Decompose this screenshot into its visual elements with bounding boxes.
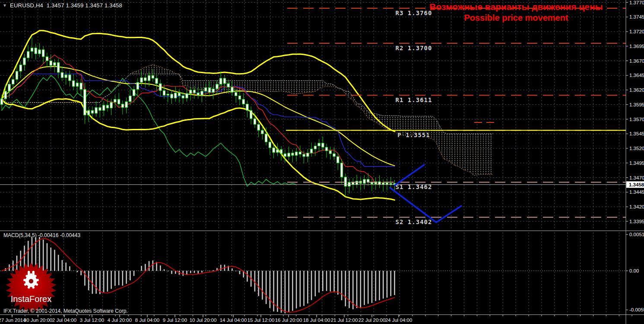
price-tick-label: 1.3645 (629, 73, 644, 78)
time-tick-label: 3 Jul 12:00 (80, 318, 104, 323)
logo-text: InstaForex (11, 294, 51, 304)
price-tick-label: 1.3745 (629, 14, 644, 19)
price-tick-label: 1.3770 (629, 0, 644, 5)
time-tick-label: 8 Jul 04:00 (135, 318, 159, 323)
ohlc-values: 1.3457 1.3459 1.3457 1.3458 (47, 2, 122, 9)
macd-tick-label: 0.00518 (629, 232, 644, 237)
price-tick-label: 1.3520 (629, 146, 644, 151)
time-tick-label: 16 Jul 20:00 (275, 318, 302, 323)
pivot-label-s2: S2 1.3402 (396, 218, 432, 225)
time-tick-label: 18 Jul 04:00 (303, 318, 330, 323)
time-tick-label: 15 Jul 12:00 (247, 318, 275, 323)
price-tick-label: 1.3670 (629, 58, 644, 64)
forecast-lines[interactable] (390, 165, 461, 222)
pivot-label-r1: R1 1.3611 (396, 96, 432, 103)
macd-panel[interactable] (2, 237, 395, 314)
grid-lines (0, 0, 626, 314)
macd-signal-line (2, 238, 395, 312)
chart-canvas[interactable]: R3 1.3760R2 1.3700R1 1.3611P 1.3551S1 1.… (0, 0, 644, 324)
pivot-label-p: P 1.3551 (397, 132, 430, 138)
quote-line: ▼EURUSD,H4 1.3457 1.3459 1.3457 1.3458 (3, 2, 122, 9)
copyright-text: IFX Trader, © 2001-2014, MetaQuotes Soft… (3, 308, 128, 314)
bollinger-bands (2, 31, 395, 200)
price-tick-label: 1.3495 (629, 160, 644, 166)
annotation-subtitle-en: Possible price movement (419, 13, 613, 23)
annotation-title-ru: Возможные варианты движения цены (419, 2, 613, 12)
time-tick-label: 2 Jul 04:00 (52, 318, 76, 323)
tenkan-sen-line (2, 55, 395, 185)
macd-tick-label: -0.00558 (629, 307, 644, 312)
price-tick-label: 1.3545 (629, 131, 644, 136)
price-tick-label: 1.3420 (629, 204, 644, 209)
price-tick-label: 1.3595 (629, 102, 644, 107)
price-tick-label: 1.3720 (629, 29, 644, 34)
price-tick-label: 1.3395 (629, 219, 644, 224)
time-tick-label: 21 Jul 12:00 (331, 318, 358, 323)
macd-indicator-label: MACD(5,34,5) -0.00416 -0.00443 (3, 232, 80, 238)
ichimoku-cloud (2, 64, 493, 176)
price-tick-label: 1.3470 (629, 175, 644, 180)
time-tick-label: 22 Jul 20:00 (358, 318, 386, 323)
price-tick-label: 1.3620 (629, 87, 644, 93)
pivot-label-r2: R2 1.3700 (396, 45, 432, 51)
time-tick-label: 14 Jul 04:00 (220, 318, 247, 323)
price-tick-label: 1.3570 (629, 117, 644, 122)
macd-tick-label: 0.00 (629, 268, 639, 273)
price-tick-label: 1.3445 (629, 189, 644, 195)
symbol-period: EURUSD,H4 (10, 2, 43, 9)
macd-histogram (2, 237, 394, 314)
time-tick-label: 30 Jun 20:00 (24, 318, 53, 323)
time-tick-label: 27 Jun 2014 (0, 318, 26, 323)
candles (0, 38, 396, 196)
current-price-value: 1.3458 (629, 182, 644, 187)
time-tick-label: 10 Jul 20:00 (190, 318, 217, 323)
price-tick-label: 1.3695 (629, 44, 644, 49)
trading-terminal-window: R3 1.3760R2 1.3700R1 1.3611P 1.3551S1 1.… (0, 0, 644, 324)
chevron-down-icon[interactable]: ▼ (3, 3, 7, 8)
price-panel[interactable] (0, 31, 493, 200)
time-tick-label: 9 Jul 12:00 (163, 318, 187, 323)
time-tick-label: 24 Jul 04:00 (385, 318, 412, 323)
pivot-levels: R3 1.3760R2 1.3700R1 1.3611P 1.3551S1 1.… (287, 8, 626, 225)
time-tick-label: 4 Jul 20:00 (108, 318, 132, 323)
